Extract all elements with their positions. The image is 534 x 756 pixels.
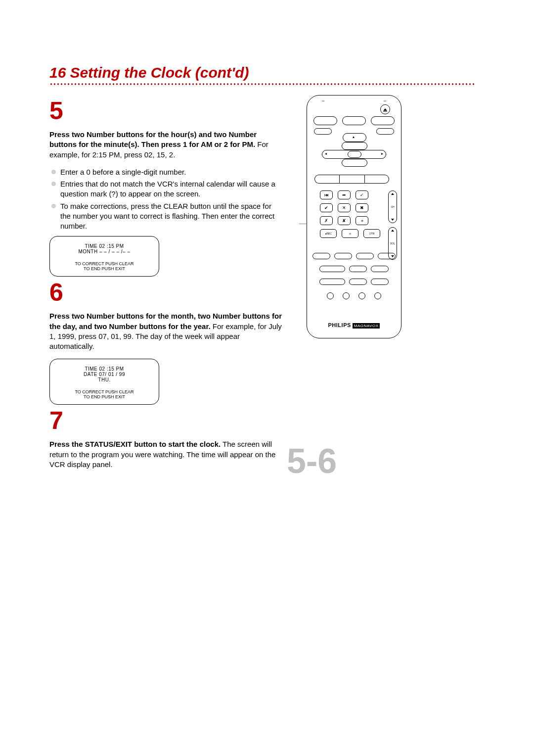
remote-button[interactable] <box>312 253 330 259</box>
otr-button[interactable]: OTR <box>363 229 380 238</box>
step-5-bullets: Enter a 0 before a single-digit number. … <box>49 167 282 232</box>
num-key-1[interactable]: ⏮ <box>320 190 333 199</box>
page-title-row: 16 Setting the Clock (cont'd) <box>49 64 485 81</box>
remote-button[interactable] <box>371 266 389 272</box>
status-exit-button[interactable] <box>314 175 340 184</box>
num-key-6[interactable]: ✖ <box>356 203 368 212</box>
triple-button <box>314 175 394 184</box>
osd-line: TO CORRECT PUSH CLEAR <box>55 389 154 394</box>
osd-screen-step6: TIME 02 :15 PM DATE 07/ 01 / 99 THU. TO … <box>49 359 159 405</box>
up-icon <box>391 193 394 195</box>
osd-line: DATE 07/ 01 / 99 <box>55 372 154 377</box>
num-key-7[interactable]: ✗ <box>320 216 333 225</box>
color-button[interactable] <box>358 292 365 299</box>
step-7-bold: Press the STATUS/EXIT button to start th… <box>49 440 221 448</box>
num-key-3[interactable]: ✓ <box>356 190 368 199</box>
instructions-column: 5 Press two Number buttons for the hour(… <box>49 95 282 477</box>
page-number: 16 <box>49 64 66 81</box>
callout-5-6: 5-6 <box>287 441 337 481</box>
num-key-5[interactable]: ✕ <box>338 203 351 212</box>
eject-button[interactable] <box>380 104 390 114</box>
remote-column: 7 5-6 •••••• <box>287 95 475 477</box>
bullet: Entries that do not match the VCR's inte… <box>49 179 282 199</box>
color-row <box>307 292 401 299</box>
num-key-4[interactable]: ✔ <box>320 203 333 212</box>
osd-line: TIME 02 :15 PM <box>55 243 154 249</box>
step-7-text: Press the STATUS/EXIT button to start th… <box>49 439 282 470</box>
up-icon <box>391 230 394 232</box>
remote-button[interactable] <box>334 253 352 259</box>
dpad-mid-up[interactable] <box>342 142 367 150</box>
remote-button[interactable] <box>356 253 374 259</box>
zero-button[interactable]: ⊘ <box>342 229 358 238</box>
step-6-text: Press two Number buttons for the month, … <box>49 311 282 351</box>
dpad-down[interactable] <box>342 159 367 167</box>
remote-button[interactable] <box>313 116 337 125</box>
osd-line: TO CORRECT PUSH CLEAR <box>55 261 154 266</box>
number-pad: ⏮ ➦ ✓ ✔ ✕ ✖ ✗ ✘ ＋ <box>313 190 384 260</box>
remote-button[interactable] <box>371 279 389 285</box>
remote-button[interactable] <box>378 253 396 259</box>
remote-brand: PHILIPSMAGNAVOX <box>307 320 401 329</box>
clear-button[interactable] <box>364 175 389 184</box>
remote-button[interactable] <box>319 279 345 285</box>
remote-button[interactable] <box>371 116 395 125</box>
num-key-2[interactable]: ➦ <box>338 190 351 199</box>
osd-screen-step5: TIME 02 :15 PM MONTH – – / – – /– – TO C… <box>49 236 159 277</box>
remote-button[interactable] <box>342 116 366 125</box>
remote-control: •••••• <box>307 95 401 338</box>
menu-button[interactable] <box>339 175 365 184</box>
page-title: Setting the Clock (cont'd) <box>70 64 249 81</box>
osd-line: MONTH – – / – – /– – <box>55 249 154 254</box>
bullet: Enter a 0 before a single-digit number. <box>49 167 282 177</box>
remote-button[interactable] <box>319 266 345 272</box>
remote-button[interactable] <box>349 266 367 272</box>
lower-row-1 <box>307 253 401 259</box>
bullet: To make corrections, press the CLEAR but… <box>49 201 282 232</box>
remote-top-labels: •••••• <box>307 99 401 102</box>
lower-row-2 <box>307 266 401 272</box>
numpad-area: ⏮ ➦ ✓ ✔ ✕ ✖ ✗ ✘ ＋ <box>313 190 397 260</box>
channel-rocker[interactable]: CH <box>388 190 397 223</box>
num-key-8[interactable]: ✘ <box>338 216 351 225</box>
step-6-number: 6 <box>49 282 282 304</box>
dotted-rule <box>49 83 475 85</box>
source-row <box>307 116 401 125</box>
direction-pad[interactable]: ◂ ▸ ▴ <box>322 133 386 174</box>
brand-magnavox: MAGNAVOX <box>353 323 380 329</box>
brand-philips: PHILIPS <box>328 322 351 328</box>
down-icon <box>391 219 394 221</box>
color-button[interactable] <box>327 292 334 299</box>
osd-line: TIME 02 :15 PM <box>55 366 154 372</box>
dpad-ok[interactable] <box>348 151 361 158</box>
left-arrow-icon: ◂ <box>325 151 327 156</box>
step-7-number: 7 <box>49 410 282 432</box>
dpad-wrap: ◂ ▸ ▴ <box>322 133 386 174</box>
up-arrow-icon: ▴ <box>353 135 355 139</box>
osd-line: THU. <box>55 377 154 382</box>
lower-row-3 <box>307 279 401 285</box>
num-key-9[interactable]: ＋ <box>356 216 368 225</box>
osd-line: TO END PUSH EXIT <box>55 394 154 399</box>
right-arrow-icon: ▸ <box>381 151 383 156</box>
eject-icon <box>383 108 387 111</box>
osd-line: TO END PUSH EXIT <box>55 266 154 271</box>
manual-page: 16 Setting the Clock (cont'd) 5 Press tw… <box>0 0 534 526</box>
remote-button[interactable] <box>349 279 367 285</box>
step-5-text: Press two Number buttons for the hour(s)… <box>49 130 282 160</box>
step-5-bold: Press two Number buttons for the hour(s)… <box>49 130 257 148</box>
color-button[interactable] <box>374 292 381 299</box>
dpad-up[interactable] <box>343 133 366 142</box>
step-5-number: 5 <box>49 100 282 122</box>
rec-button[interactable]: ●REC <box>320 229 337 238</box>
color-button[interactable] <box>343 292 350 299</box>
